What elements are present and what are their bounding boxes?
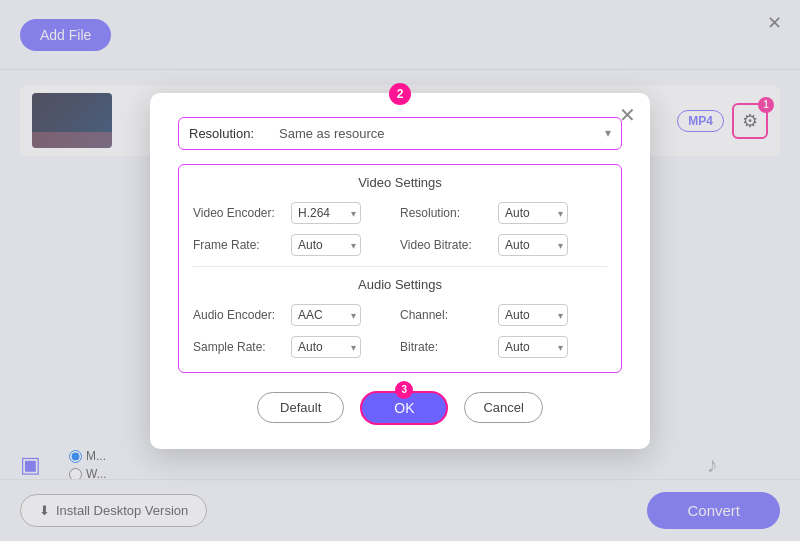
- ok-button[interactable]: 3 OK: [360, 391, 448, 425]
- dialog-close-button[interactable]: ✕: [619, 105, 636, 125]
- video-settings-grid: Video Encoder: H.264 Resolution: Auto: [193, 202, 607, 256]
- channel-wrapper: Auto: [498, 304, 568, 326]
- resolution-arrow-icon: ▾: [605, 126, 611, 140]
- bitrate-wrapper: Auto: [498, 336, 568, 358]
- sample-rate-select[interactable]: Auto: [291, 336, 361, 358]
- video-resolution-label: Resolution:: [400, 206, 490, 220]
- resolution-select[interactable]: Same as resource: [279, 126, 605, 141]
- video-encoder-item: Video Encoder: H.264: [193, 202, 400, 224]
- ok-badge: 3: [395, 381, 413, 399]
- video-bitrate-label: Video Bitrate:: [400, 238, 490, 252]
- video-encoder-wrapper: H.264: [291, 202, 361, 224]
- bitrate-select[interactable]: Auto: [498, 336, 568, 358]
- channel-item: Channel: Auto: [400, 304, 607, 326]
- default-button[interactable]: Default: [257, 392, 344, 423]
- video-resolution-select[interactable]: Auto: [498, 202, 568, 224]
- sample-rate-wrapper: Auto: [291, 336, 361, 358]
- bitrate-label: Bitrate:: [400, 340, 490, 354]
- cancel-button[interactable]: Cancel: [464, 392, 542, 423]
- sample-rate-label: Sample Rate:: [193, 340, 283, 354]
- dialog-badge: 2: [389, 83, 411, 105]
- video-encoder-label: Video Encoder:: [193, 206, 283, 220]
- video-resolution-wrapper: Auto: [498, 202, 568, 224]
- frame-rate-item: Frame Rate: Auto: [193, 234, 400, 256]
- sample-rate-item: Sample Rate: Auto: [193, 336, 400, 358]
- video-bitrate-wrapper: Auto: [498, 234, 568, 256]
- video-bitrate-item: Video Bitrate: Auto: [400, 234, 607, 256]
- dialog-buttons: Default 3 OK Cancel: [178, 391, 622, 425]
- bitrate-item: Bitrate: Auto: [400, 336, 607, 358]
- frame-rate-label: Frame Rate:: [193, 238, 283, 252]
- ok-label: OK: [394, 400, 414, 416]
- audio-settings-grid: Audio Encoder: AAC Channel: Auto: [193, 304, 607, 358]
- frame-rate-wrapper: Auto: [291, 234, 361, 256]
- dialog-overlay: 2 ✕ Resolution: Same as resource ▾ Video…: [0, 0, 800, 541]
- audio-encoder-select[interactable]: AAC: [291, 304, 361, 326]
- settings-dialog: 2 ✕ Resolution: Same as resource ▾ Video…: [150, 93, 650, 449]
- channel-label: Channel:: [400, 308, 490, 322]
- app-container: Add File ✕ MP4 ⚙ 1 ▣ M... W... ♪: [0, 0, 800, 541]
- audio-encoder-item: Audio Encoder: AAC: [193, 304, 400, 326]
- divider: [193, 266, 607, 267]
- video-bitrate-select[interactable]: Auto: [498, 234, 568, 256]
- video-encoder-select[interactable]: H.264: [291, 202, 361, 224]
- video-settings-title: Video Settings: [193, 175, 607, 190]
- resolution-row: Resolution: Same as resource ▾: [178, 117, 622, 150]
- channel-select[interactable]: Auto: [498, 304, 568, 326]
- video-resolution-item: Resolution: Auto: [400, 202, 607, 224]
- audio-encoder-wrapper: AAC: [291, 304, 361, 326]
- audio-settings-title: Audio Settings: [193, 277, 607, 292]
- audio-encoder-label: Audio Encoder:: [193, 308, 283, 322]
- settings-box: Video Settings Video Encoder: H.264 Reso: [178, 164, 622, 373]
- frame-rate-select[interactable]: Auto: [291, 234, 361, 256]
- resolution-row-label: Resolution:: [189, 126, 279, 141]
